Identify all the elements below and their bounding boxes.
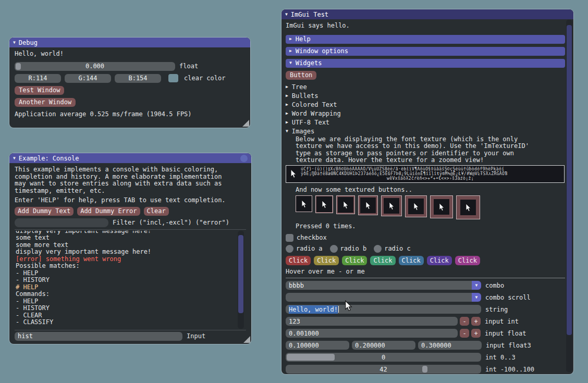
slider-int1-row: 0 int 0..3 [286, 353, 565, 362]
click-button-2[interactable]: Click [342, 256, 367, 265]
close-button[interactable] [240, 155, 248, 162]
color-green-value: G:144 [78, 75, 97, 82]
desktop: { "icons": { "arrow_down": "▼", "arrow_r… [0, 0, 588, 383]
chevron-right-icon: ▶ [286, 120, 288, 125]
pressed-count-text: Pressed 0 times. [296, 223, 565, 230]
decrement-button[interactable]: - [460, 329, 469, 338]
header-widgets[interactable]: ▼ Widgets [286, 59, 565, 68]
add-dummy-error-button[interactable]: Add Dummy Error [77, 207, 140, 216]
color-blue-drag[interactable]: B:154 [115, 74, 161, 83]
radio-b[interactable] [330, 245, 338, 253]
console-command-input[interactable]: hist [15, 332, 182, 341]
int-input[interactable]: 123 [286, 317, 458, 326]
combo-arrow-button[interactable]: ▼ [472, 293, 481, 302]
int-slider-100-value: 42 [379, 366, 387, 373]
log-line: - HELP [16, 270, 246, 277]
decrement-button[interactable]: - [460, 317, 469, 326]
window-scrollbar-thumb[interactable] [567, 25, 572, 335]
float3-input-z[interactable]: 0.300000 [418, 341, 482, 350]
checkbox[interactable] [286, 234, 293, 242]
another-window-button[interactable]: Another Window [15, 98, 76, 107]
image-button-2[interactable] [336, 195, 355, 214]
resize-grip[interactable] [242, 120, 249, 127]
cursor-arrow-icon [389, 202, 395, 211]
combo-widget[interactable]: bbbb ▼ [286, 281, 481, 290]
log-scrollbar[interactable] [238, 231, 244, 329]
image-button-0[interactable] [296, 195, 312, 212]
test-window-row: Test Window [15, 86, 245, 95]
image-button-4[interactable] [381, 195, 402, 216]
string-input-row: Hello, world! string [286, 305, 565, 314]
click-button-6[interactable]: Click [455, 256, 480, 265]
collapse-icon[interactable]: ▼ [285, 13, 288, 17]
combo-scroll-value-frame[interactable] [286, 293, 472, 302]
button-widget[interactable]: Button [286, 71, 316, 80]
console-titlebar[interactable]: ▼ Example: Console [9, 153, 251, 163]
slider-grab[interactable] [287, 354, 335, 361]
float-slider[interactable]: 0.000 [15, 62, 175, 71]
header-help[interactable]: ▶ Help [286, 35, 565, 44]
add-dummy-text-button[interactable]: Add Dummy Text [15, 207, 74, 216]
click-button-5[interactable]: Click [427, 256, 452, 265]
click-button-3[interactable]: Click [370, 256, 395, 265]
float3-x-value: 0.100000 [289, 342, 319, 349]
increment-button[interactable]: + [471, 329, 481, 338]
combo-scroll-widget[interactable]: ▼ [286, 293, 481, 302]
tree-node-word-wrapping[interactable]: ▶ Word Wrapping [286, 109, 565, 118]
clear-button[interactable]: Clear [144, 207, 169, 216]
tree-node-colored-text[interactable]: ▶ Colored Text [286, 101, 565, 109]
tree-node-bullets[interactable]: ▶ Bullets [286, 92, 565, 101]
slider-grab[interactable] [16, 63, 21, 70]
input-int-row: 123 - + input int [286, 317, 565, 326]
test-window-title: ImGui Test [291, 11, 328, 18]
slider-grab[interactable] [422, 366, 427, 373]
image-button-6[interactable] [430, 195, 453, 218]
font-texture-image[interactable]: úCf}·(ü)()∥X√8ñ©ÙòóÅÃÃÃÓ/V¼ùÛZS8éĕ/å·èbî… [286, 165, 565, 183]
combo-arrow-button[interactable]: ▼ [472, 281, 481, 290]
float3-input-x[interactable]: 0.100000 [286, 341, 349, 350]
tree-node-tree[interactable]: ▶ Tree [286, 83, 565, 92]
combo-value-frame[interactable]: bbbb [286, 281, 472, 290]
image-button-1[interactable] [315, 195, 333, 213]
color-red-drag[interactable]: R:114 [15, 74, 61, 83]
console-log[interactable]: display very important message here! som… [15, 231, 246, 329]
click-button-1[interactable]: Click [314, 256, 339, 265]
cursor-arrow-icon [343, 201, 349, 209]
log-scrollbar-thumb[interactable] [238, 235, 243, 313]
int-slider-0-3[interactable]: 0 [286, 353, 481, 362]
float3-input-y[interactable]: 0.200000 [352, 341, 415, 350]
combo-row: bbbb ▼ combo [286, 281, 565, 290]
image-button-7[interactable] [456, 195, 480, 219]
hover-tooltip-text[interactable]: Hover over me - or me [286, 268, 565, 276]
test-titlebar[interactable]: ▼ ImGui Test [281, 9, 573, 19]
click-button-0[interactable]: Click [286, 256, 311, 265]
window-scrollbar[interactable] [566, 20, 572, 372]
collapse-icon[interactable]: ▼ [13, 41, 16, 45]
tree-node-utf8-text[interactable]: ▶ UTF-8 Text [286, 118, 565, 127]
input-float-row: 0.001000 - + input float [286, 329, 565, 338]
tree-node-images[interactable]: ▼ Images [286, 127, 565, 136]
int-slider-100[interactable]: 42 [286, 365, 481, 374]
radio-c[interactable] [374, 245, 382, 253]
input-float3-label: input float3 [486, 342, 531, 349]
string-input[interactable]: Hello, world! [286, 305, 481, 314]
filter-input[interactable] [15, 218, 108, 227]
resize-grip[interactable] [243, 336, 250, 343]
float3-y-value: 0.200000 [355, 342, 385, 349]
image-button-3[interactable] [358, 195, 378, 215]
increment-button[interactable]: + [471, 317, 481, 326]
image-button-5[interactable] [405, 195, 427, 217]
log-line: - CLASSIFY [16, 319, 246, 326]
click-button-4[interactable]: Click [399, 256, 424, 265]
debug-titlebar[interactable]: ▼ Debug [9, 38, 250, 47]
float-input[interactable]: 0.001000 [286, 329, 458, 338]
test-window-button[interactable]: Test Window [15, 86, 64, 95]
color-green-drag[interactable]: G:144 [65, 74, 111, 83]
clear-color-swatch[interactable] [168, 74, 178, 82]
chevron-down-icon: ▼ [289, 61, 292, 65]
header-window-options[interactable]: ▶ Window options [286, 47, 565, 56]
console-command-value: hist [18, 332, 33, 340]
radio-a[interactable] [286, 245, 293, 253]
combo-label: combo [485, 282, 504, 289]
collapse-icon[interactable]: ▼ [13, 156, 16, 160]
